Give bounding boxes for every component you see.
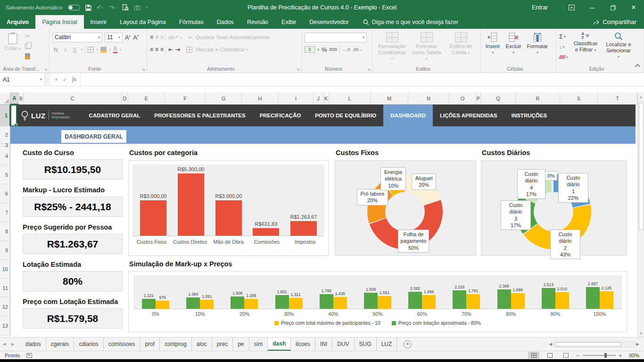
column-header-N[interactable]: N bbox=[408, 92, 449, 105]
ribbon-tab-inserir[interactable]: Inserir bbox=[84, 15, 114, 29]
sign-in-button[interactable]: Entrar bbox=[532, 4, 548, 11]
kpi-value-box[interactable]: 80% bbox=[23, 271, 123, 291]
collapse-ribbon-icon[interactable] bbox=[636, 63, 639, 70]
cancel-entry-icon[interactable]: × bbox=[55, 76, 58, 83]
ribbon-tab-pagina-inicial[interactable]: Página Inicial bbox=[35, 15, 83, 29]
daily-costs-donut-chart[interactable]: Custo diário122%Custo diário243%Custo di… bbox=[481, 160, 627, 256]
vertical-scrollbar[interactable]: ▲ ▼ bbox=[637, 92, 644, 337]
column-header-K[interactable]: K bbox=[323, 92, 329, 105]
decrease-indent-icon[interactable]: ⇤ bbox=[168, 46, 173, 53]
column-header-A[interactable]: A bbox=[10, 92, 19, 105]
formula-input[interactable] bbox=[81, 73, 644, 86]
increase-decimal-icon[interactable]: ←,0 bbox=[342, 47, 350, 52]
horizontal-scrollbar[interactable] bbox=[554, 341, 634, 347]
row-header-7[interactable]: 7 bbox=[0, 203, 10, 222]
underline-button[interactable]: S bbox=[71, 46, 78, 53]
italic-button[interactable]: I bbox=[62, 46, 69, 53]
scroll-up-icon[interactable]: ▲ bbox=[638, 92, 644, 102]
row-header-13[interactable]: 13 bbox=[0, 316, 10, 336]
kpi-value-box[interactable]: R$1.263,67 bbox=[23, 234, 123, 254]
zoom-level[interactable]: 90% bbox=[625, 353, 639, 358]
column-header-F[interactable]: F bbox=[165, 92, 206, 105]
sheet-tab-dados[interactable]: dados bbox=[21, 337, 46, 351]
dialog-launcher-icon[interactable]: ↘ bbox=[141, 67, 145, 72]
dialog-launcher-icon[interactable]: ↘ bbox=[296, 67, 300, 72]
column-header-D[interactable]: D bbox=[122, 92, 128, 105]
kpi-value-box[interactable]: R$1.579,58 bbox=[23, 308, 123, 329]
add-sheet-button[interactable]: + bbox=[404, 340, 412, 348]
hscroll-left-icon[interactable]: ◀ bbox=[549, 342, 552, 346]
cell-styles-button[interactable]: Estilos de Célula ▾ bbox=[444, 31, 478, 65]
sheet-tab-sim[interactable]: sim bbox=[249, 337, 268, 351]
percent-style-icon[interactable]: % bbox=[322, 46, 327, 53]
fill-color-icon[interactable] bbox=[100, 47, 107, 53]
row-header-8[interactable]: 8 bbox=[0, 222, 10, 241]
sheet-tab-cgerais[interactable]: cgerais bbox=[46, 337, 74, 351]
nav-tab-ponto-de-equilibrio[interactable]: PONTO DE EQUILÍBRIO bbox=[308, 105, 383, 126]
minimize-button[interactable]: ─ bbox=[582, 0, 603, 15]
column-header-P[interactable]: P bbox=[476, 92, 481, 105]
column-header-Q[interactable]: Q bbox=[481, 92, 516, 105]
sheet-next-icon[interactable]: ▶ bbox=[8, 337, 17, 351]
save-icon[interactable] bbox=[85, 5, 91, 11]
row-header-5[interactable]: 5 bbox=[0, 165, 10, 184]
format-as-table-button[interactable]: Formatar como Tabela ▾ bbox=[410, 31, 443, 65]
zoom-out-icon[interactable]: − bbox=[576, 353, 579, 358]
insert-function-icon[interactable]: fx bbox=[72, 76, 76, 83]
decrease-decimal-icon[interactable]: ,00→ bbox=[353, 47, 363, 52]
sheet-tab-ini[interactable]: INI bbox=[315, 337, 332, 351]
row-header-10[interactable]: 10 bbox=[0, 260, 10, 279]
bold-button[interactable]: N bbox=[52, 46, 59, 53]
column-header-E[interactable]: E bbox=[128, 92, 165, 105]
increase-font-icon[interactable]: A▴ bbox=[125, 34, 131, 41]
merge-center-button[interactable]: Mesclar e Centralizar ▾ bbox=[186, 45, 248, 54]
autosave-toggle[interactable] bbox=[68, 5, 80, 10]
nav-tab-precificacao[interactable]: PRECIFICAÇÃO bbox=[253, 105, 308, 126]
column-header-T[interactable]: T bbox=[598, 92, 637, 105]
share-button[interactable]: Compartilhar bbox=[593, 15, 644, 29]
page-break-view-button[interactable] bbox=[560, 352, 571, 359]
sheet-tab-luz[interactable]: LUZ bbox=[377, 337, 397, 351]
align-middle-icon[interactable]: ≡ bbox=[155, 34, 158, 41]
hscroll-right-icon[interactable]: ▶ bbox=[636, 342, 639, 346]
nav-tab-licoes-aprendidas[interactable]: LIÇÕES APRENDIDAS bbox=[433, 105, 504, 126]
delete-cells-button[interactable]: Excluir▾ bbox=[504, 31, 523, 65]
align-bottom-icon[interactable]: ≡ bbox=[160, 34, 163, 41]
row-header-2[interactable]: 2 bbox=[0, 126, 10, 144]
sheet-prev-icon[interactable]: ◀ bbox=[0, 337, 8, 351]
column-header-J[interactable]: J bbox=[314, 92, 323, 105]
column-header-L[interactable]: L bbox=[329, 92, 371, 105]
normal-view-button[interactable] bbox=[528, 352, 539, 359]
sort-filter-button[interactable]: AZ Classificar e Filtrar ▾ bbox=[570, 31, 601, 65]
select-all-corner[interactable] bbox=[0, 92, 10, 105]
sheet-tab-aloc[interactable]: aloc bbox=[192, 337, 212, 351]
ribbon-tab-arquivo[interactable]: Arquivo bbox=[0, 15, 35, 29]
name-box[interactable]: A1▾ bbox=[0, 73, 45, 86]
horizontal-scroll-thumb[interactable] bbox=[555, 342, 621, 346]
vertical-scroll-thumb[interactable] bbox=[639, 103, 644, 230]
ribbon-tab-desenvolvedor[interactable]: Desenvolvedor bbox=[303, 15, 355, 29]
restore-button[interactable] bbox=[603, 0, 623, 15]
column-header-M[interactable]: M bbox=[371, 92, 408, 105]
sheet-tab-prof[interactable]: prof bbox=[140, 337, 160, 351]
increase-indent-icon[interactable]: ⇥ bbox=[175, 46, 180, 53]
scroll-down-icon[interactable]: ▼ bbox=[638, 329, 644, 337]
align-right-icon[interactable]: ≡ bbox=[160, 46, 163, 53]
decrease-font-icon[interactable]: A▾ bbox=[133, 34, 139, 41]
ribbon-tab-exibir[interactable]: Exibir bbox=[275, 15, 303, 29]
sheet-tab-cdiarios[interactable]: cdiarios bbox=[74, 337, 103, 351]
column-header-C[interactable]: C bbox=[24, 92, 122, 105]
clear-button[interactable]: ▾ bbox=[559, 53, 568, 61]
fill-button[interactable]: ↓▾ bbox=[559, 42, 568, 51]
undo-icon[interactable]: ↶▾ bbox=[97, 4, 104, 11]
markup-simulation-chart[interactable]: 1.2219761.3641.0911.5081.2061.6511.3211.… bbox=[128, 271, 627, 332]
ribbon-tab-formulas[interactable]: Fórmulas bbox=[173, 15, 210, 29]
column-header-R[interactable]: R bbox=[516, 92, 560, 105]
zoom-slider-thumb[interactable] bbox=[604, 353, 607, 358]
camera-icon[interactable] bbox=[134, 5, 140, 10]
fixed-costs-donut-chart[interactable]: Aluguel20%Folha depagamento50%Pró labore… bbox=[335, 160, 476, 256]
align-left-icon[interactable]: ≡ bbox=[150, 46, 153, 53]
close-button[interactable]: × bbox=[623, 0, 644, 15]
font-color-icon[interactable]: A bbox=[113, 46, 117, 53]
row-header-11[interactable]: 11 bbox=[0, 279, 10, 297]
